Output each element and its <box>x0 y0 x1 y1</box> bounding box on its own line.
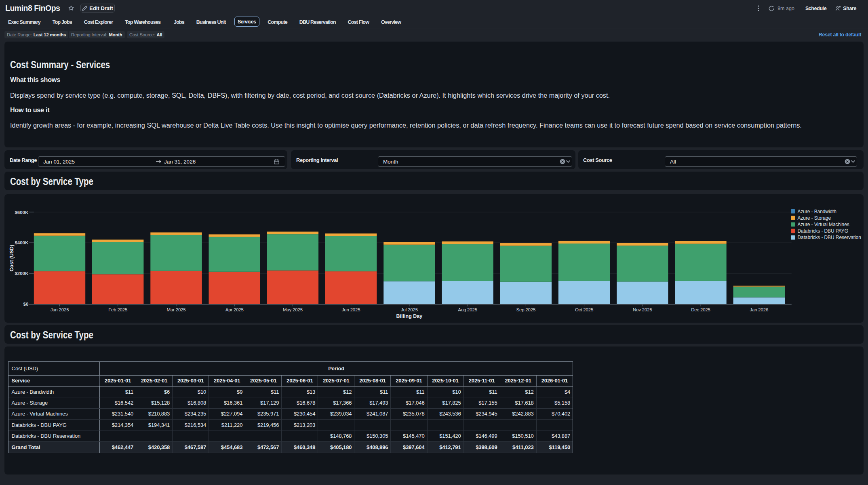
svg-text:Databricks - DBU Reservation: Databricks - DBU Reservation <box>798 235 861 240</box>
svg-text:$0: $0 <box>23 302 29 307</box>
svg-text:Azure - Virtual Machines: Azure - Virtual Machines <box>798 222 849 227</box>
svg-text:Apr 2025: Apr 2025 <box>225 307 244 312</box>
svg-text:Nov 2025: Nov 2025 <box>633 307 652 312</box>
svg-text:Azure - Bandwidth: Azure - Bandwidth <box>798 209 836 214</box>
svg-text:$200K: $200K <box>15 271 29 276</box>
svg-text:May 2025: May 2025 <box>283 307 303 312</box>
svg-text:Cost (USD): Cost (USD) <box>9 245 15 271</box>
svg-text:Jan 2025: Jan 2025 <box>51 307 69 312</box>
svg-text:Azure - Storage: Azure - Storage <box>798 215 831 221</box>
svg-text:Aug 2025: Aug 2025 <box>458 307 477 312</box>
svg-text:$600K: $600K <box>15 210 29 215</box>
svg-text:Oct 2025: Oct 2025 <box>575 307 593 312</box>
svg-text:Jul 2025: Jul 2025 <box>401 307 418 312</box>
svg-text:Sep 2025: Sep 2025 <box>516 307 535 312</box>
svg-text:Jan 2026: Jan 2026 <box>750 307 768 312</box>
svg-text:Dec 2025: Dec 2025 <box>691 307 710 312</box>
svg-text:$400K: $400K <box>15 240 29 245</box>
svg-text:Databricks - DBU PAYG: Databricks - DBU PAYG <box>798 228 848 234</box>
svg-text:Mar 2025: Mar 2025 <box>167 307 186 312</box>
svg-text:Jun 2025: Jun 2025 <box>342 307 360 312</box>
svg-text:Feb 2025: Feb 2025 <box>108 307 127 312</box>
svg-text:Billing Day: Billing Day <box>396 313 423 319</box>
